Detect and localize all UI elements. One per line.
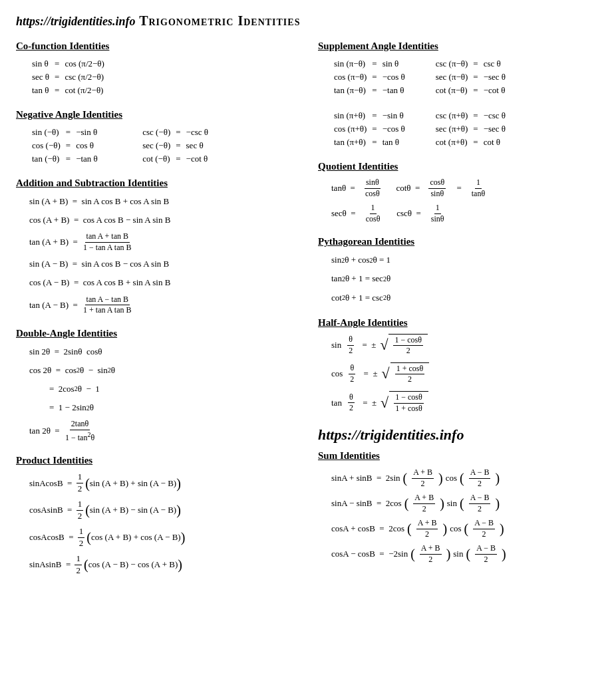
cofunction-table: sin θ = cos (π/2−θ) sec θ = csc (π/2−θ) … (29, 57, 107, 97)
double-angle-title: Double-Angle Identities (16, 328, 298, 339)
table-row: sinA − sinB = 2cos ( A + B 2 ) sin ( A −… (331, 492, 600, 515)
table-row: sin θ 2 = ± √ 1 − cosθ 2 (331, 334, 600, 357)
table-row: cos (π+θ) = −cos θ sec (π+θ) = −sec θ (331, 122, 508, 136)
supplement-title: Supplement Angle Identities (318, 41, 600, 52)
footer-url: https://trigidentities.info (318, 426, 600, 444)
sum-block: sinA + sinB = 2sin ( A + B 2 ) cos ( A −… (331, 467, 600, 565)
table-row: sinAcosB = 1 2 ( sin (A + B) + sin (A − … (29, 472, 298, 495)
left-column: Co-function Identities sin θ = cos (π/2−… (16, 41, 298, 588)
table-row: sinAsinB = 1 2 ( cos (A − B) − cos (A + … (29, 553, 298, 577)
double-angle-section: Double-Angle Identities sin 2θ = 2sinθ c… (16, 328, 298, 444)
table-row: tan2θ + 1 = sec2θ (331, 271, 600, 286)
table-row: cos (−θ) = cos θ sec (−θ) = sec θ (29, 139, 211, 152)
right-column: Supplement Angle Identities sin (π−θ) = … (318, 41, 600, 588)
table-row: sin (−θ) = −sin θ csc (−θ) = −csc θ (29, 126, 211, 139)
quotient-section: Quotient Identities tanθ = sinθ cosθ cot… (318, 161, 600, 224)
table-row: sinA + sinB = 2sin ( A + B 2 ) cos ( A −… (331, 467, 600, 489)
table-row: cos θ 2 = ± √ 1 + cosθ 2 (331, 362, 600, 386)
negative-title: Negative Angle Identities (16, 109, 298, 120)
table-row: cosAcosB = 1 2 ( cos (A + B) + cos (A − … (29, 526, 298, 549)
negative-table: sin (−θ) = −sin θ csc (−θ) = −csc θ cos … (29, 126, 211, 166)
main-grid: Co-function Identities sin θ = cos (π/2−… (16, 41, 600, 588)
cofunction-title: Co-function Identities (16, 41, 298, 52)
table-row: tan 2θ = 2tanθ 1 − tan2θ (29, 419, 298, 443)
table-row: sin θ = cos (π/2−θ) (29, 57, 107, 70)
table-row: sin (π+θ) = −sin θ csc (π+θ) = −csc θ (331, 109, 508, 122)
table-row: tanθ = sinθ cosθ cotθ = cosθ sinθ = 1 ta… (331, 178, 600, 199)
table-row: tan (π+θ) = tan θ cot (π+θ) = cot θ (331, 136, 508, 149)
table-row: sin (π−θ) = sin θ csc (π−θ) = csc θ (331, 57, 508, 70)
table-row: cot2θ + 1 = csc2θ (331, 291, 600, 305)
table-row: cosA − cosB = −2sin ( A + B 2 ) sin ( A … (331, 543, 600, 565)
table-row: tan θ 2 = ± √ 1 − cosθ 1 + cosθ (331, 391, 600, 414)
table-row: cos (A + B) = cos A cos B − sin A sin B (29, 213, 298, 227)
product-title: Product Identities (16, 455, 298, 466)
addition-section: Addition and Subtraction Identities sin … (16, 178, 298, 316)
table-row: sin2θ + cos2θ = 1 (331, 253, 600, 267)
table-row: tan (−θ) = −tan θ cot (−θ) = −cot θ (29, 152, 211, 166)
sum-title: Sum Identities (318, 450, 600, 462)
table-row: sin (A + B) = sin A cos B + cos A sin B (29, 194, 298, 209)
pythagorean-section: Pythagorean Identities sin2θ + cos2θ = 1… (318, 236, 600, 305)
table-row: cos (π−θ) = −cos θ sec (π−θ) = −sec θ (331, 70, 508, 84)
supplement2-section: sin (π+θ) = −sin θ csc (π+θ) = −csc θ co… (318, 109, 600, 149)
pythagorean-block: sin2θ + cos2θ = 1 tan2θ + 1 = sec2θ cot2… (331, 253, 600, 305)
sum-section: Sum Identities sinA + sinB = 2sin ( A + … (318, 450, 600, 565)
addition-title: Addition and Subtraction Identities (16, 178, 298, 189)
table-row: tan (π−θ) = −tan θ cot (π−θ) = −cot θ (331, 84, 508, 97)
half-angle-title: Half-Angle Identities (318, 317, 600, 329)
table-row: cosAsinB = 1 2 ( sin (A + B) − sin (A − … (29, 499, 298, 522)
half-angle-section: Half-Angle Identities sin θ 2 = ± √ 1 − … (318, 317, 600, 415)
quotient-block: tanθ = sinθ cosθ cotθ = cosθ sinθ = 1 ta… (331, 178, 600, 224)
supplement-section: Supplement Angle Identities sin (π−θ) = … (318, 41, 600, 97)
product-block: sinAcosB = 1 2 ( sin (A + B) + sin (A − … (29, 472, 298, 576)
header-url: https://trigidentities.info (16, 15, 136, 29)
table-row: tan θ = cot (π/2−θ) (29, 84, 107, 97)
page-header: https://trigidentities.info Trigonometri… (16, 13, 600, 29)
table-row: tan (A + B) = tan A + tan B 1 − tan A ta… (29, 231, 298, 253)
table-row: sin (A − B) = sin A cos B − cos A sin B (29, 257, 298, 271)
table-row: cosA + cosB = 2cos ( A + B 2 ) cos ( A −… (331, 517, 600, 540)
negative-section: Negative Angle Identities sin (−θ) = −si… (16, 109, 298, 166)
header-title: Trigonometric Identities (136, 13, 301, 29)
table-row: cos (A − B) = cos A cos B + sin A sin B (29, 275, 298, 290)
supplement2-table: sin (π+θ) = −sin θ csc (π+θ) = −csc θ co… (331, 109, 508, 149)
addition-block: sin (A + B) = sin A cos B + cos A sin B … (29, 194, 298, 316)
product-section: Product Identities sinAcosB = 1 2 ( sin … (16, 455, 298, 576)
pythagorean-title: Pythagorean Identities (318, 236, 600, 247)
half-angle-block: sin θ 2 = ± √ 1 − cosθ 2 (331, 334, 600, 415)
table-row: sin 2θ = 2sinθ cosθ (29, 344, 298, 359)
quotient-title: Quotient Identities (318, 161, 600, 172)
table-row: = 2cos2θ − 1 (49, 382, 298, 396)
table-row: tan (A − B) = tan A − tan B 1 + tan A ta… (29, 295, 298, 316)
table-row: cos 2θ = cos2θ − sin2θ (29, 363, 298, 378)
table-row: secθ = 1 cosθ cscθ = 1 sinθ (331, 203, 600, 224)
supplement-table: sin (π−θ) = sin θ csc (π−θ) = csc θ cos … (331, 57, 508, 97)
table-row: sec θ = csc (π/2−θ) (29, 70, 107, 84)
table-row: = 1 − 2sin2θ (49, 400, 298, 415)
double-angle-block: sin 2θ = 2sinθ cosθ cos 2θ = cos2θ − sin… (29, 344, 298, 444)
cofunction-section: Co-function Identities sin θ = cos (π/2−… (16, 41, 298, 97)
